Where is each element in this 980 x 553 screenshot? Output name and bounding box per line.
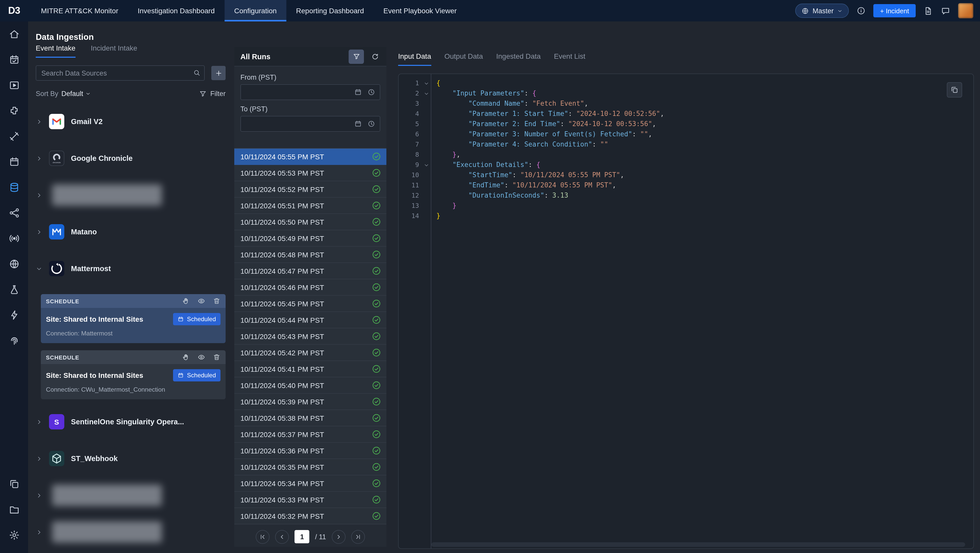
schedule-card[interactable]: SCHEDULESite: Shared to Internal SitesSc… xyxy=(41,294,226,343)
run-row[interactable]: 10/11/2024 05:43 PM PST xyxy=(234,328,387,345)
tab-output-data[interactable]: Output Data xyxy=(444,52,483,65)
run-row[interactable]: 10/11/2024 05:38 PM PST xyxy=(234,410,387,426)
run-row[interactable]: 10/11/2024 05:49 PM PST xyxy=(234,230,387,247)
fold-chevron-icon[interactable] xyxy=(422,78,431,88)
user-avatar[interactable] xyxy=(958,3,974,18)
tab-event-intake[interactable]: Event Intake xyxy=(36,44,76,58)
fold-chevron-icon[interactable] xyxy=(422,88,431,99)
nav-investigation-dashboard[interactable]: Investigation Dashboard xyxy=(128,0,224,21)
view-icon[interactable] xyxy=(197,297,205,305)
chat-icon[interactable] xyxy=(941,6,950,16)
previous-page-button[interactable] xyxy=(275,530,289,543)
bolt-icon[interactable] xyxy=(8,309,20,321)
copy-icon[interactable] xyxy=(947,82,962,97)
run-row[interactable]: 10/11/2024 05:45 PM PST xyxy=(234,296,387,312)
last-page-button[interactable] xyxy=(351,530,365,543)
chevron-right-icon[interactable] xyxy=(36,455,49,462)
calendar-icon[interactable] xyxy=(354,88,362,96)
gear-icon[interactable] xyxy=(8,529,20,541)
from-date-input[interactable] xyxy=(240,84,380,100)
globe-icon[interactable] xyxy=(8,258,20,269)
source-row-blurred[interactable] xyxy=(36,514,226,550)
calendar-icon[interactable] xyxy=(8,156,20,167)
calendar-icon[interactable] xyxy=(354,120,362,127)
delete-icon[interactable] xyxy=(213,297,221,305)
source-row-blurred[interactable] xyxy=(36,177,226,214)
home-icon[interactable] xyxy=(8,28,20,40)
database-icon[interactable] xyxy=(8,181,20,193)
run-row[interactable]: 10/11/2024 05:51 PM PST xyxy=(234,198,387,214)
run-row[interactable]: 10/11/2024 05:39 PM PST xyxy=(234,394,387,410)
source-row-mattermost[interactable]: Mattermost xyxy=(36,250,226,287)
sort-select[interactable]: Default xyxy=(62,89,91,97)
run-row[interactable]: 10/11/2024 05:32 PM PST xyxy=(234,508,387,524)
chevron-right-icon[interactable] xyxy=(36,529,49,535)
media-play-icon[interactable] xyxy=(8,79,20,91)
run-row[interactable]: 10/11/2024 05:55 PM PST xyxy=(234,148,387,165)
source-row-sentinelone-singularity-opera[interactable]: SSentinelOne Singularity Opera... xyxy=(36,403,226,440)
tab-incident-intake[interactable]: Incident Intake xyxy=(91,44,137,57)
run-row[interactable]: 10/11/2024 05:53 PM PST xyxy=(234,165,387,181)
runs-filter-button[interactable] xyxy=(348,49,364,64)
run-row[interactable]: 10/11/2024 05:41 PM PST xyxy=(234,361,387,377)
chevron-right-icon[interactable] xyxy=(36,228,49,235)
tab-ingested-data[interactable]: Ingested Data xyxy=(496,52,541,65)
document-icon[interactable] xyxy=(923,6,933,16)
delete-icon[interactable] xyxy=(213,353,221,361)
folder-icon[interactable] xyxy=(8,504,20,515)
first-page-button[interactable] xyxy=(256,530,269,543)
filter-button[interactable]: Filter xyxy=(199,89,226,97)
chevron-right-icon[interactable] xyxy=(36,418,49,425)
puzzle-icon[interactable] xyxy=(8,105,20,116)
run-row[interactable]: 10/11/2024 05:44 PM PST xyxy=(234,312,387,328)
chevron-right-icon[interactable] xyxy=(36,492,49,499)
runs-refresh-button[interactable] xyxy=(368,49,382,64)
manual-run-icon[interactable] xyxy=(182,353,190,361)
manual-run-icon[interactable] xyxy=(182,297,190,305)
fingerprint-icon[interactable] xyxy=(8,335,20,346)
calendar-check-icon[interactable] xyxy=(8,54,20,65)
run-row[interactable]: 10/11/2024 05:47 PM PST xyxy=(234,263,387,279)
nav-reporting-dashboard[interactable]: Reporting Dashboard xyxy=(286,0,374,21)
nav-configuration[interactable]: Configuration xyxy=(224,0,286,21)
nav-event-playbook-viewer[interactable]: Event Playbook Viewer xyxy=(374,0,466,21)
next-page-button[interactable] xyxy=(332,530,345,543)
tools-icon[interactable] xyxy=(8,130,20,142)
run-row[interactable]: 10/11/2024 05:46 PM PST xyxy=(234,279,387,296)
chevron-right-icon[interactable] xyxy=(36,155,49,162)
run-row[interactable]: 10/11/2024 05:50 PM PST xyxy=(234,214,387,230)
source-row-matano[interactable]: Matano xyxy=(36,214,226,250)
run-row[interactable]: 10/11/2024 05:34 PM PST xyxy=(234,475,387,492)
run-row[interactable]: 10/11/2024 05:42 PM PST xyxy=(234,345,387,361)
clock-icon[interactable] xyxy=(368,120,375,127)
schedule-card[interactable]: SCHEDULESite: Shared to Internal SitesSc… xyxy=(41,350,226,399)
chevron-right-icon[interactable] xyxy=(36,118,49,125)
hierarchy-icon[interactable] xyxy=(8,207,20,218)
info-icon[interactable] xyxy=(857,6,866,15)
flask-icon[interactable] xyxy=(8,284,20,295)
to-date-input[interactable] xyxy=(240,116,380,132)
current-page-input[interactable]: 1 xyxy=(294,530,309,543)
add-data-source-button[interactable] xyxy=(211,66,226,80)
run-row[interactable]: 10/11/2024 05:36 PM PST xyxy=(234,443,387,459)
tab-input-data[interactable]: Input Data xyxy=(398,52,431,66)
chevron-right-icon[interactable] xyxy=(36,192,49,198)
source-row-blurred[interactable] xyxy=(36,477,226,514)
master-scope-selector[interactable]: Master xyxy=(795,3,849,18)
run-row[interactable]: 10/11/2024 05:48 PM PST xyxy=(234,247,387,263)
source-row-st-webhook[interactable]: ST_Webhook xyxy=(36,440,226,477)
new-incident-button[interactable]: + Incident xyxy=(873,4,916,18)
tab-event-list[interactable]: Event List xyxy=(554,52,585,65)
d3-logo[interactable]: D3 xyxy=(0,0,32,21)
signal-icon[interactable] xyxy=(8,232,20,244)
source-row-google-chronicle[interactable]: chronicleGoogle Chronicle xyxy=(36,140,226,177)
run-row[interactable]: 10/11/2024 05:52 PM PST xyxy=(234,181,387,198)
run-row[interactable]: 10/11/2024 05:37 PM PST xyxy=(234,426,387,443)
copy-icon[interactable] xyxy=(8,478,20,490)
fold-chevron-icon[interactable] xyxy=(422,160,431,170)
editor-horizontal-scrollbar[interactable] xyxy=(431,542,965,547)
clock-icon[interactable] xyxy=(368,88,375,96)
run-row[interactable]: 10/11/2024 05:35 PM PST xyxy=(234,459,387,475)
view-icon[interactable] xyxy=(197,353,205,361)
source-row-gmail-v2[interactable]: Gmail V2 xyxy=(36,103,226,140)
